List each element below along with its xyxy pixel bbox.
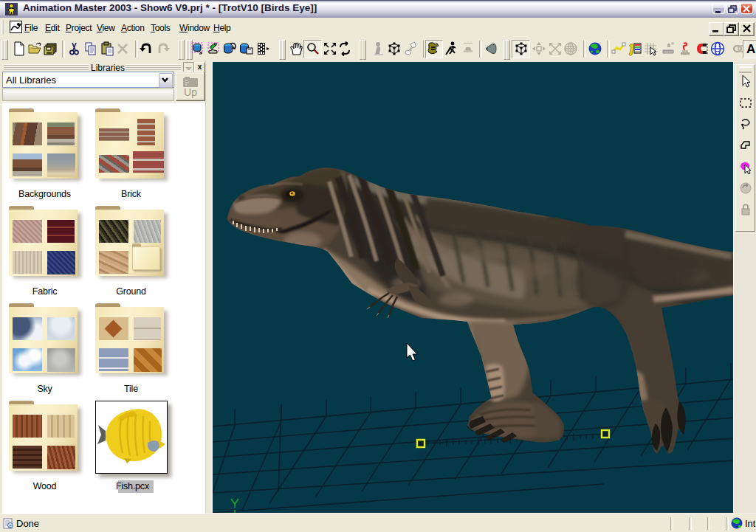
svg-text:0: 0 — [604, 440, 609, 451]
svg-text:20: 20 — [416, 450, 427, 461]
svg-text:e: e — [9, 523, 12, 528]
svg-text:A: A — [746, 42, 755, 56]
